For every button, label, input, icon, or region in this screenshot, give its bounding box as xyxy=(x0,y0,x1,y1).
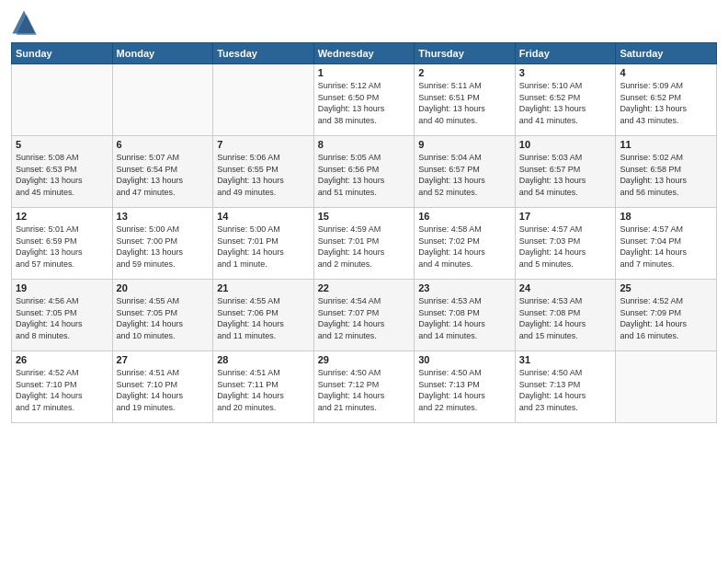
calendar-day-28: 28Sunrise: 4:51 AM Sunset: 7:11 PM Dayli… xyxy=(213,351,314,423)
day-number: 4 xyxy=(620,67,712,78)
calendar-day-18: 18Sunrise: 4:57 AM Sunset: 7:04 PM Dayli… xyxy=(616,208,717,280)
calendar-day-25: 25Sunrise: 4:52 AM Sunset: 7:09 PM Dayli… xyxy=(616,280,717,351)
day-info: Sunrise: 4:58 AM Sunset: 7:02 PM Dayligh… xyxy=(418,224,511,270)
calendar-empty-cell xyxy=(12,64,113,136)
calendar-day-13: 13Sunrise: 5:00 AM Sunset: 7:00 PM Dayli… xyxy=(112,208,213,280)
weekday-header-row: SundayMondayTuesdayWednesdayThursdayFrid… xyxy=(12,43,717,64)
calendar-week-row: 26Sunrise: 4:52 AM Sunset: 7:10 PM Dayli… xyxy=(12,351,717,423)
day-number: 2 xyxy=(418,67,511,78)
day-number: 5 xyxy=(16,139,108,150)
day-info: Sunrise: 4:51 AM Sunset: 7:10 PM Dayligh… xyxy=(117,367,210,413)
day-number: 19 xyxy=(16,282,108,293)
calendar-empty-cell xyxy=(213,64,314,136)
header xyxy=(11,9,717,35)
day-info: Sunrise: 4:54 AM Sunset: 7:07 PM Dayligh… xyxy=(318,295,411,341)
day-number: 30 xyxy=(418,354,511,365)
calendar-day-26: 26Sunrise: 4:52 AM Sunset: 7:10 PM Dayli… xyxy=(12,351,113,423)
calendar-empty-cell xyxy=(112,64,213,136)
calendar-day-27: 27Sunrise: 4:51 AM Sunset: 7:10 PM Dayli… xyxy=(112,351,213,423)
day-info: Sunrise: 4:53 AM Sunset: 7:08 PM Dayligh… xyxy=(418,295,511,341)
calendar-day-20: 20Sunrise: 4:55 AM Sunset: 7:05 PM Dayli… xyxy=(112,280,213,351)
day-info: Sunrise: 5:00 AM Sunset: 7:01 PM Dayligh… xyxy=(217,224,310,270)
day-number: 14 xyxy=(217,211,310,222)
day-info: Sunrise: 4:50 AM Sunset: 7:13 PM Dayligh… xyxy=(418,367,511,413)
calendar-day-23: 23Sunrise: 4:53 AM Sunset: 7:08 PM Dayli… xyxy=(415,280,516,351)
calendar-day-4: 4Sunrise: 5:09 AM Sunset: 6:52 PM Daylig… xyxy=(616,64,717,136)
calendar-day-30: 30Sunrise: 4:50 AM Sunset: 7:13 PM Dayli… xyxy=(415,351,516,423)
day-info: Sunrise: 4:51 AM Sunset: 7:11 PM Dayligh… xyxy=(217,367,310,413)
day-info: Sunrise: 5:12 AM Sunset: 6:50 PM Dayligh… xyxy=(318,80,411,126)
page: SundayMondayTuesdayWednesdayThursdayFrid… xyxy=(0,0,728,563)
calendar-day-24: 24Sunrise: 4:53 AM Sunset: 7:08 PM Dayli… xyxy=(515,280,616,351)
day-info: Sunrise: 5:08 AM Sunset: 6:53 PM Dayligh… xyxy=(16,152,108,198)
calendar-day-16: 16Sunrise: 4:58 AM Sunset: 7:02 PM Dayli… xyxy=(415,208,516,280)
day-number: 27 xyxy=(117,354,210,365)
weekday-header-tuesday: Tuesday xyxy=(213,43,314,64)
day-info: Sunrise: 5:10 AM Sunset: 6:52 PM Dayligh… xyxy=(519,80,612,126)
day-info: Sunrise: 4:55 AM Sunset: 7:06 PM Dayligh… xyxy=(217,295,310,341)
calendar-day-3: 3Sunrise: 5:10 AM Sunset: 6:52 PM Daylig… xyxy=(515,64,616,136)
logo-icon xyxy=(11,9,37,35)
calendar-week-row: 12Sunrise: 5:01 AM Sunset: 6:59 PM Dayli… xyxy=(12,208,717,280)
day-info: Sunrise: 5:07 AM Sunset: 6:54 PM Dayligh… xyxy=(117,152,210,198)
day-info: Sunrise: 5:09 AM Sunset: 6:52 PM Dayligh… xyxy=(620,80,712,126)
day-number: 15 xyxy=(318,211,411,222)
calendar-week-row: 19Sunrise: 4:56 AM Sunset: 7:05 PM Dayli… xyxy=(12,280,717,351)
day-number: 26 xyxy=(16,354,108,365)
day-number: 16 xyxy=(418,211,511,222)
day-number: 29 xyxy=(318,354,411,365)
calendar-day-5: 5Sunrise: 5:08 AM Sunset: 6:53 PM Daylig… xyxy=(12,136,113,208)
day-number: 7 xyxy=(217,139,310,150)
logo xyxy=(11,9,39,35)
weekday-header-thursday: Thursday xyxy=(415,43,516,64)
calendar-day-29: 29Sunrise: 4:50 AM Sunset: 7:12 PM Dayli… xyxy=(313,351,415,423)
calendar-day-22: 22Sunrise: 4:54 AM Sunset: 7:07 PM Dayli… xyxy=(313,280,415,351)
day-number: 17 xyxy=(519,211,612,222)
day-number: 23 xyxy=(418,282,511,293)
calendar-empty-cell xyxy=(616,351,717,423)
day-number: 28 xyxy=(217,354,310,365)
day-number: 18 xyxy=(620,211,712,222)
day-info: Sunrise: 5:06 AM Sunset: 6:55 PM Dayligh… xyxy=(217,152,310,198)
day-info: Sunrise: 4:50 AM Sunset: 7:13 PM Dayligh… xyxy=(519,367,612,413)
weekday-header-wednesday: Wednesday xyxy=(313,43,415,64)
calendar-day-17: 17Sunrise: 4:57 AM Sunset: 7:03 PM Dayli… xyxy=(515,208,616,280)
calendar-day-6: 6Sunrise: 5:07 AM Sunset: 6:54 PM Daylig… xyxy=(112,136,213,208)
day-number: 12 xyxy=(16,211,108,222)
day-number: 25 xyxy=(620,282,712,293)
calendar-day-31: 31Sunrise: 4:50 AM Sunset: 7:13 PM Dayli… xyxy=(515,351,616,423)
day-info: Sunrise: 4:57 AM Sunset: 7:03 PM Dayligh… xyxy=(519,224,612,270)
day-number: 11 xyxy=(620,139,712,150)
day-number: 9 xyxy=(418,139,511,150)
day-info: Sunrise: 5:03 AM Sunset: 6:57 PM Dayligh… xyxy=(519,152,612,198)
day-number: 21 xyxy=(217,282,310,293)
day-info: Sunrise: 5:04 AM Sunset: 6:57 PM Dayligh… xyxy=(418,152,511,198)
day-number: 6 xyxy=(117,139,210,150)
calendar-day-7: 7Sunrise: 5:06 AM Sunset: 6:55 PM Daylig… xyxy=(213,136,314,208)
day-number: 31 xyxy=(519,354,612,365)
day-number: 13 xyxy=(117,211,210,222)
calendar-day-8: 8Sunrise: 5:05 AM Sunset: 6:56 PM Daylig… xyxy=(313,136,415,208)
day-number: 1 xyxy=(318,67,411,78)
day-number: 10 xyxy=(519,139,612,150)
day-info: Sunrise: 5:00 AM Sunset: 7:00 PM Dayligh… xyxy=(117,224,210,270)
day-number: 22 xyxy=(318,282,411,293)
calendar-day-14: 14Sunrise: 5:00 AM Sunset: 7:01 PM Dayli… xyxy=(213,208,314,280)
day-info: Sunrise: 4:53 AM Sunset: 7:08 PM Dayligh… xyxy=(519,295,612,341)
day-info: Sunrise: 4:52 AM Sunset: 7:09 PM Dayligh… xyxy=(620,295,712,341)
calendar-day-9: 9Sunrise: 5:04 AM Sunset: 6:57 PM Daylig… xyxy=(415,136,516,208)
day-info: Sunrise: 4:57 AM Sunset: 7:04 PM Dayligh… xyxy=(620,224,712,270)
calendar-week-row: 5Sunrise: 5:08 AM Sunset: 6:53 PM Daylig… xyxy=(12,136,717,208)
day-info: Sunrise: 5:02 AM Sunset: 6:58 PM Dayligh… xyxy=(620,152,712,198)
day-info: Sunrise: 4:50 AM Sunset: 7:12 PM Dayligh… xyxy=(318,367,411,413)
day-info: Sunrise: 4:59 AM Sunset: 7:01 PM Dayligh… xyxy=(318,224,411,270)
calendar-day-1: 1Sunrise: 5:12 AM Sunset: 6:50 PM Daylig… xyxy=(313,64,415,136)
calendar-week-row: 1Sunrise: 5:12 AM Sunset: 6:50 PM Daylig… xyxy=(12,64,717,136)
calendar-day-2: 2Sunrise: 5:11 AM Sunset: 6:51 PM Daylig… xyxy=(415,64,516,136)
calendar-day-11: 11Sunrise: 5:02 AM Sunset: 6:58 PM Dayli… xyxy=(616,136,717,208)
day-number: 24 xyxy=(519,282,612,293)
calendar-day-15: 15Sunrise: 4:59 AM Sunset: 7:01 PM Dayli… xyxy=(313,208,415,280)
calendar-day-12: 12Sunrise: 5:01 AM Sunset: 6:59 PM Dayli… xyxy=(12,208,113,280)
calendar-day-21: 21Sunrise: 4:55 AM Sunset: 7:06 PM Dayli… xyxy=(213,280,314,351)
day-info: Sunrise: 5:01 AM Sunset: 6:59 PM Dayligh… xyxy=(16,224,108,270)
